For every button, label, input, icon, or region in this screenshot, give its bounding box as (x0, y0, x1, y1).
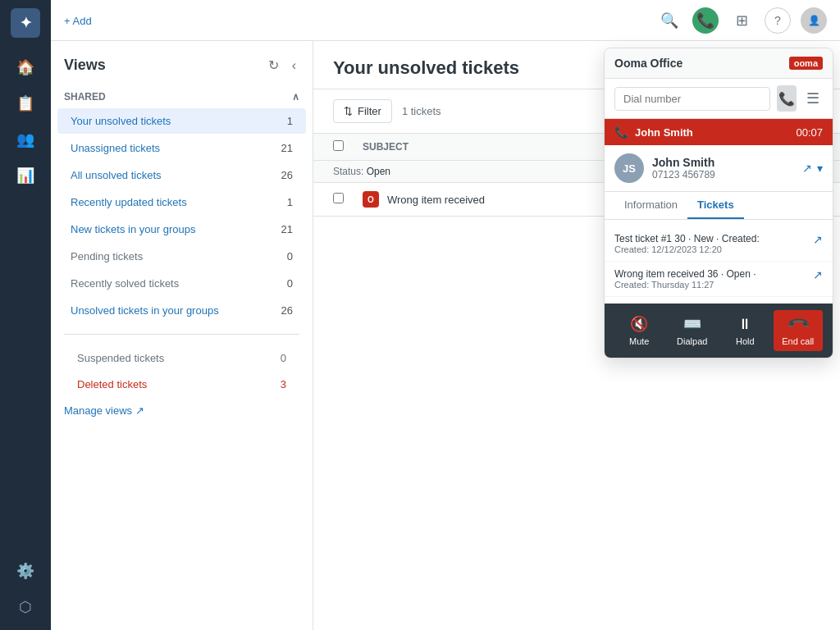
help-icon[interactable]: ? (765, 7, 791, 34)
end-call-button[interactable]: 📞 End call (774, 310, 824, 351)
status-label: Status: Open (333, 166, 390, 177)
ooma-ticket-link[interactable]: ↗ (813, 233, 823, 246)
phone-icon[interactable]: 📞 (692, 7, 719, 34)
active-call-info: 📞 John Smith (614, 126, 693, 139)
sidebar-item-count: 21 (281, 223, 293, 235)
dialpad-button[interactable]: ⌨️ Dialpad (668, 310, 718, 351)
grid-icon[interactable]: ⊞ (728, 7, 755, 34)
select-all-checkbox[interactable] (333, 140, 344, 151)
hold-button[interactable]: ⏸ Hold (720, 311, 770, 351)
ooma-title: Ooma Office (614, 57, 682, 70)
dial-number-input[interactable] (614, 87, 770, 111)
caller-initials: JS (623, 162, 636, 175)
tab-information[interactable]: Information (614, 192, 687, 219)
ooma-ticket-meta: Created: 12/12/2023 12:20 (614, 244, 806, 254)
sidebar-item-recently-updated[interactable]: Recently updated tickets 1 (57, 189, 306, 215)
ooma-ticket-title: Test ticket #1 30 · New · Created: (614, 233, 806, 244)
caller-dropdown-icon[interactable]: ▾ (817, 162, 823, 175)
sidebar-item-label: Recently updated tickets (71, 196, 187, 208)
nav-settings-icon[interactable]: ⚙️ (11, 556, 40, 586)
nav-reports-icon[interactable]: 📊 (11, 161, 40, 190)
sidebar-item-count: 26 (281, 304, 293, 317)
sidebar-item-count: 21 (281, 142, 293, 154)
ooma-ticket-text: Test ticket #1 30 · New · Created: Creat… (614, 233, 806, 254)
ooma-header: Ooma Office ooma (605, 48, 833, 79)
ooma-tabs: Information Tickets (605, 192, 833, 220)
ooma-caller: JS John Smith 07123 456789 ↗ ▾ (605, 145, 833, 192)
ooma-footer: 🔇 Mute ⌨️ Dialpad ⏸ Hold 📞 End call (605, 304, 833, 358)
sidebar-item-count: 0 (287, 250, 293, 262)
sidebar-item-label: Unsolved tickets in your groups (71, 304, 219, 317)
nav-zendesk-icon[interactable]: ⬡ (11, 592, 40, 622)
end-call-label: End call (782, 336, 814, 346)
sidebar-item-count: 0 (281, 352, 286, 364)
sidebar-item-count: 26 (281, 169, 293, 181)
hold-label: Hold (736, 336, 755, 346)
sidebar-item-unassigned[interactable]: Unassigned tickets 21 (57, 135, 306, 161)
app-wrapper: + Add 🔍 📞 ⊞ ? 👤 ✦ 🏠 📋 👥 📊 ⚙️ ⬡ Views ↻ ‹ (0, 0, 840, 630)
add-button[interactable]: + Add (64, 15, 92, 27)
user-avatar[interactable]: 👤 (801, 7, 827, 34)
active-call-bar: 📞 John Smith 00:07 (605, 119, 833, 145)
search-icon[interactable]: 🔍 (656, 7, 682, 34)
ooma-ticket-link[interactable]: ↗ (813, 268, 823, 281)
dial-menu-button[interactable]: ☰ (803, 85, 823, 112)
ooma-logo: ooma (789, 57, 823, 70)
tab-tickets[interactable]: Tickets (687, 192, 744, 219)
sidebar-item-count: 0 (287, 277, 293, 290)
sidebar-item-label: Pending tickets (71, 250, 143, 262)
sidebar-item-count: 1 (287, 115, 293, 127)
caller-external-link[interactable]: ↗ (802, 162, 812, 175)
shared-label: Shared (64, 91, 106, 103)
nav-home-icon[interactable]: 🏠 (11, 52, 40, 82)
active-call-name: John Smith (635, 126, 693, 139)
sidebar: Views ↻ ‹ Shared ∧ Your unsolved tickets… (51, 41, 313, 630)
ooma-ticket-item[interactable]: Test ticket #1 30 · New · Created: Creat… (605, 226, 833, 262)
sidebar-header: Views ↻ ‹ (51, 41, 313, 83)
sidebar-item-suspended[interactable]: Suspended tickets 0 (64, 345, 299, 371)
manage-views-link[interactable]: Manage views ↗ (51, 398, 313, 423)
ooma-ticket-item[interactable]: Wrong item received 36 · Open · Created:… (605, 262, 833, 297)
dialpad-label: Dialpad (677, 336, 707, 346)
left-nav: ✦ 🏠 📋 👥 📊 ⚙️ ⬡ (0, 0, 51, 630)
sidebar-item-unsolved-groups[interactable]: Unsolved tickets in your groups 26 (57, 298, 306, 323)
ticket-badge: O (363, 191, 379, 208)
ooma-ticket-title: Wrong item received 36 · Open · (614, 268, 806, 280)
sidebar-item-count: 3 (281, 378, 286, 390)
sidebar-item-label: Your unsolved tickets (71, 115, 171, 127)
sidebar-divider (64, 334, 299, 335)
caller-avatar: JS (614, 153, 644, 183)
ticket-count: 1 tickets (402, 105, 441, 117)
header-checkbox-col (333, 140, 363, 153)
nav-tickets-icon[interactable]: 📋 (11, 89, 40, 118)
collapse-shared-icon[interactable]: ∧ (292, 91, 299, 103)
sidebar-item-label: Deleted tickets (77, 378, 147, 390)
collapse-button[interactable]: ‹ (289, 54, 299, 76)
sidebar-item-label: Unassigned tickets (71, 142, 160, 154)
sidebar-header-icons: ↻ ‹ (265, 54, 299, 76)
caller-actions: ↗ ▾ (802, 162, 823, 175)
sidebar-item-your-unsolved[interactable]: Your unsolved tickets 1 (57, 108, 306, 134)
sidebar-item-pending[interactable]: Pending tickets 0 (57, 244, 306, 269)
mute-button[interactable]: 🔇 Mute (614, 310, 664, 351)
sidebar-item-recently-solved[interactable]: Recently solved tickets 0 (57, 271, 306, 296)
status-value: Open (367, 166, 390, 177)
caller-info: John Smith 07123 456789 (652, 156, 715, 180)
end-call-icon: 📞 (785, 311, 810, 336)
refresh-button[interactable]: ↻ (265, 54, 282, 76)
mute-label: Mute (629, 336, 649, 346)
sidebar-item-count: 1 (287, 196, 293, 208)
shared-section: Shared ∧ (51, 83, 313, 107)
nav-users-icon[interactable]: 👥 (11, 125, 40, 154)
row-checkbox[interactable] (333, 193, 344, 203)
filter-button[interactable]: ⇅ Filter (333, 99, 392, 123)
sidebar-item-deleted[interactable]: Deleted tickets 3 (64, 372, 299, 397)
dial-call-button[interactable]: 📞 (777, 85, 797, 112)
row-checkbox-col (333, 193, 363, 206)
hold-icon: ⏸ (737, 316, 752, 333)
sidebar-item-all-unsolved[interactable]: All unsolved tickets 26 (57, 162, 306, 188)
sidebar-item-new-groups[interactable]: New tickets in your groups 21 (57, 217, 306, 242)
ooma-dial-bar: 📞 ☰ (605, 79, 833, 119)
filter-label: Filter (358, 105, 381, 117)
mute-icon: 🔇 (630, 315, 648, 333)
